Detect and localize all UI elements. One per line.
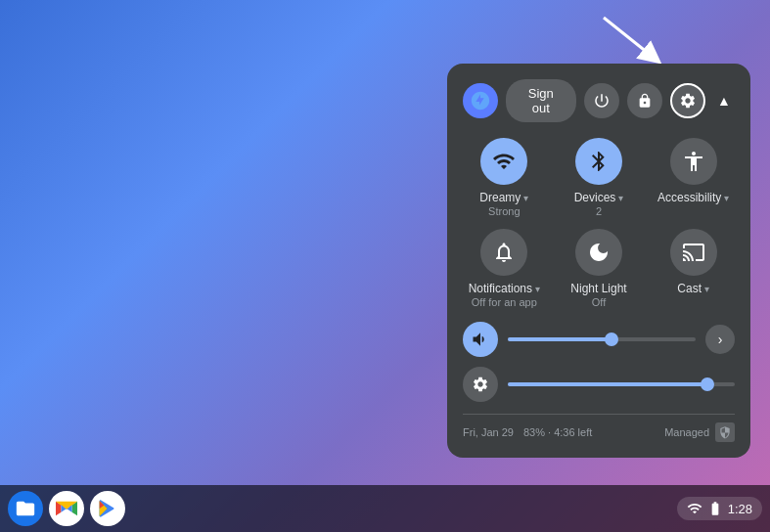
wifi-sub: Strong (488, 205, 520, 217)
bottom-right: Managed (664, 422, 735, 442)
date-display: Fri, Jan 29 (463, 426, 514, 438)
svg-line-0 (604, 18, 653, 57)
volume-thumb (605, 332, 618, 346)
avatar (463, 83, 498, 118)
tiles-grid: Dreamy ▾ Strong Devices ▾ 2 (463, 138, 735, 308)
battery-display: 83% · 4:36 left (523, 426, 592, 438)
accessibility-tile[interactable]: Accessibility ▾ (652, 138, 735, 217)
taskbar: 1:28 (0, 485, 770, 532)
volume-button[interactable] (463, 322, 498, 357)
cast-dropdown-arrow: ▾ (704, 284, 709, 294)
brightness-thumb (701, 377, 714, 391)
status-icons[interactable]: 1:28 (677, 497, 762, 520)
chevron-up-button[interactable]: ▲ (713, 86, 735, 115)
brightness-slider[interactable] (508, 382, 735, 386)
notifications-sub: Off for an app (472, 296, 537, 308)
wifi-icon-wrap (480, 138, 527, 185)
bluetooth-tile[interactable]: Devices ▾ 2 (558, 138, 641, 217)
taskbar-right: 1:28 (677, 497, 762, 520)
power-button[interactable] (584, 83, 619, 118)
files-app-icon[interactable] (8, 491, 43, 526)
top-row: Sign out ▲ (463, 79, 735, 122)
notifications-dropdown-arrow: ▾ (535, 284, 540, 294)
bottom-info: Fri, Jan 29 83% · 4:36 left Managed (463, 414, 735, 442)
cast-label: Cast (677, 282, 702, 295)
nightlight-sub: Off (592, 296, 606, 308)
play-store-icon[interactable] (90, 491, 125, 526)
bluetooth-icon-wrap (575, 138, 622, 185)
bottom-left: Fri, Jan 29 83% · 4:36 left (463, 426, 592, 438)
cast-icon-wrap (670, 229, 717, 276)
bluetooth-dropdown-arrow: ▾ (618, 193, 623, 203)
volume-fill (508, 337, 611, 341)
wifi-label: Dreamy (479, 191, 521, 204)
accessibility-dropdown-arrow: ▾ (724, 193, 729, 203)
notifications-tile[interactable]: Notifications ▾ Off for an app (463, 229, 546, 308)
nightlight-icon-wrap (575, 229, 622, 276)
brightness-row (463, 367, 735, 402)
wifi-status-icon (687, 501, 702, 516)
battery-status-icon (707, 501, 723, 516)
arrow-indicator (594, 8, 672, 66)
brightness-button[interactable] (463, 367, 498, 402)
brightness-fill (508, 382, 707, 386)
nightlight-label: Night Light (570, 282, 626, 295)
wifi-tile[interactable]: Dreamy ▾ Strong (463, 138, 546, 217)
notifications-icon-wrap (480, 229, 527, 276)
managed-icon (715, 422, 735, 442)
volume-row: › (463, 322, 735, 357)
volume-slider[interactable] (508, 337, 696, 341)
bluetooth-label: Devices (574, 191, 616, 204)
lock-button[interactable] (627, 83, 662, 118)
bluetooth-sub: 2 (596, 205, 602, 217)
sign-out-button[interactable]: Sign out (506, 79, 576, 122)
volume-expand-button[interactable]: › (705, 325, 735, 354)
taskbar-apps (8, 491, 125, 526)
accessibility-label: Accessibility (657, 191, 721, 204)
wifi-dropdown-arrow: ▾ (523, 193, 528, 203)
settings-button[interactable] (670, 83, 705, 118)
gmail-app-icon[interactable] (49, 491, 84, 526)
time-display: 1:28 (728, 502, 752, 516)
notifications-label: Notifications (469, 282, 532, 295)
managed-label: Managed (664, 426, 709, 438)
cast-tile[interactable]: Cast ▾ (652, 229, 735, 308)
quick-settings-panel: Sign out ▲ (447, 64, 750, 458)
desktop: Sign out ▲ (0, 0, 770, 532)
nightlight-tile[interactable]: Night Light Off (558, 229, 641, 308)
accessibility-icon-wrap (670, 138, 717, 185)
